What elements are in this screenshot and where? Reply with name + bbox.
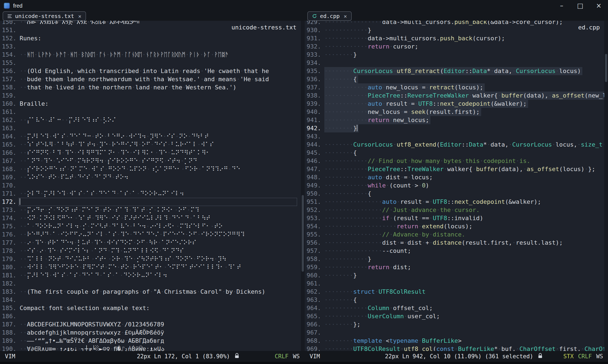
tab-close-icon[interactable]: ✕ (78, 13, 81, 19)
code-line[interactable]: 944.········CursorLocus·utf8_extend(Edit… (305, 141, 604, 149)
tab-unicode-stress[interactable]: unicode-stress.txt ✕ (3, 11, 86, 21)
code-line[interactable]: 929.················data->multi_cursors.… (305, 21, 604, 26)
code-line[interactable]: 167.··⠁⠝⠙·⠹⠑·⠡⠊⠑⠋·⠍⠳⠗⠝⠻⠲·⡎⠊⠗⠕⠕⠛⠑·⠎⠊⠛⠝⠫·⠊… (0, 157, 301, 165)
code-line[interactable]: 160.Braille: (0, 100, 301, 108)
code-line[interactable]: 946.············//·Find·out·how·many·byt… (305, 157, 604, 165)
code-line[interactable]: 185.Compact·font·selection·example·text: (0, 304, 301, 312)
editor-left[interactable]: 150.··ሰው·እንደቤቱ·እንጅ·እንደ·ጉረቤቱ·አይተዳደርም።151.… (0, 21, 305, 351)
line-number: 164. (0, 132, 16, 141)
code-line[interactable]: 937.············auto·new_locus·=·retract… (305, 83, 604, 92)
code-line[interactable]: 957.················--count; (305, 247, 604, 255)
code-line[interactable]: 161. (0, 108, 301, 116)
scrollbar-thumb[interactable] (605, 54, 607, 82)
code-line[interactable]: 154.··ᚻᛖ·ᚳᚹᚫᚦ·ᚦᚫᛏ·ᚻᛖ·ᛒᚢᛞᛖ·ᚩᚾ·ᚦᚫᛗ·ᛚᚪᚾᛞᛖ·ᚾ… (0, 51, 301, 59)
code-line[interactable]: 181.··⡍⠜⠇⠑⠹·⠺⠁⠎·⠁⠎·⠙⠑⠁⠙·⠁⠎·⠁·⠙⠕⠕⠗⠤⠝⠁⠊⠇⠲ (0, 271, 301, 280)
code-line[interactable]: 153. (0, 43, 301, 51)
code-line[interactable]: 171.··⡕⠇⠙·⡍⠜⠇⠑⠹·⠺⠁⠎·⠁⠎·⠙⠑⠁⠙·⠁⠎·⠁·⠙⠕⠕⠗⠤⠝⠁… (0, 190, 301, 198)
code-line[interactable]: 166.··⠎⠊⠛⠝⠫·⠃⠹·⠹⠑·⠊⠇⠻⠛⠹⠍⠁⠝⠂·⠹⠑·⠊⠇⠻⠅⠂·⠹⠑·… (0, 149, 301, 157)
code-line[interactable]: 933.········} (305, 51, 604, 59)
maximize-button[interactable]: □ (571, 0, 589, 11)
code-line[interactable]: 930.············} (305, 26, 604, 34)
code-line[interactable]: 177.··⠔·⠹⠑·⠞⠗⠁⠙⠑⠲·⡃⠥⠞·⠹⠑·⠺⠊⠎⠙⠕⠍·⠕⠋·⠳⠗·⠁⠝… (0, 239, 301, 247)
code-line[interactable]: 945.········{ (305, 149, 604, 157)
code-line[interactable]: 165.··⠱⠁⠞⠑⠧⠻·⠁⠃⠳⠞·⠹⠁⠞⠲·⡹⠑·⠗⠑⠛⠊⠌⠻·⠕⠋·⠙⠊⠎·… (0, 141, 301, 149)
code-line[interactable]: 187.··ABCDEFGHIJKLMNOPQRSTUVWXYZ·/012345… (0, 320, 301, 329)
code-line[interactable]: 948.············auto·dist·=·locus; (305, 173, 604, 181)
code-line[interactable]: 169.··⠡⠕⠎⠑·⠞⠕·⠏⠥⠞·⠙⠊⠎·⠙⠁⠝⠙·⠞⠕⠲ (0, 173, 301, 181)
code-line[interactable]: 969.········UTF8ColResult·utf8_col(const… (305, 345, 604, 351)
code-line[interactable]: 942.········} (305, 124, 604, 132)
code-line[interactable]: 953.················if·(result·==·UTF8::… (305, 214, 604, 222)
code-line[interactable]: 943. (305, 132, 604, 141)
code-line[interactable]: 190.··∀∂∈ℝ∧∪≡∞·↑↗↨↻⇣·┐┼╔╘░►☺♀·ﬁ�⑀₂ἠḂӥẄɐː… (0, 345, 301, 351)
code-line[interactable]: 950.············{ (305, 190, 604, 198)
code-line[interactable]: 934. (305, 59, 604, 67)
code-line[interactable]: 183.··(The·first·couple·of·paragraphs·of… (0, 288, 301, 296)
code-line[interactable]: 189.··–—‘“”„†•…‰™œŠŸž€·ΑΒΓΔΩαβγδω·АБВГДа… (0, 337, 301, 345)
code-line[interactable]: 936.········{ (305, 75, 604, 83)
code-line[interactable]: 170. (0, 181, 301, 190)
code-line[interactable]: 958.············} (305, 255, 604, 263)
code-line[interactable]: 163. (0, 124, 301, 132)
code-line[interactable]: 967. (305, 329, 604, 337)
code-line[interactable]: 180.··⠺⠊⠇⠇·⠹⠻⠑⠋⠕⠗⠑·⠏⠻⠍⠊⠞·⠍⠑·⠞⠕·⠗⠑⠏⠑⠁⠞⠂·⠑… (0, 263, 301, 271)
code-line[interactable]: 947.············PieceTree::TreeWalker·wa… (305, 165, 604, 173)
minimize-button[interactable]: – (552, 0, 571, 11)
close-button[interactable]: × (589, 0, 608, 11)
code-line[interactable]: 172. (0, 198, 301, 206)
code-line[interactable]: 162.··⡌⠁⠧⠑·⠼⠁⠒··⡍⠜⠇⠑⠹⠰⠎·⡣⠕⠌ (0, 116, 301, 124)
code-line[interactable]: 940.············new_locus·=·seek(result.… (305, 108, 604, 116)
code-line[interactable]: 951.················auto·result·=·UTF8::… (305, 198, 604, 206)
code-line[interactable]: 173.··⡍⠔⠙⠖·⡊·⠙⠕⠝⠰⠞·⠍⠑⠁⠝·⠞⠕·⠎⠁⠹·⠹⠁⠞·⡊·⠅⠝⠪… (0, 206, 301, 214)
code-line[interactable]: 152.Runes: (0, 34, 301, 43)
scrollbar-left[interactable] (301, 21, 305, 351)
code-line[interactable]: 186. (0, 312, 301, 320)
code-line[interactable]: 955.················//·Advance·by·distan… (305, 230, 604, 239)
code-line[interactable]: 174.··⠪⠝·⠅⠝⠪⠇⠫⠛⠑⠂·⠱⠁⠞·⠹⠻⠑·⠊⠎·⠏⠜⠞⠊⠊⠥⠇⠜⠇⠹·… (0, 214, 301, 222)
code-line[interactable]: 952.················//·Just·advance·the·… (305, 206, 604, 214)
code-line[interactable]: 956.················dist·=·dist·+·distan… (305, 239, 604, 247)
line-number: 968. (305, 337, 321, 345)
code-line[interactable]: 964.············Column·offset_col; (305, 304, 604, 312)
code-line[interactable]: 941.············return·new_locus; (305, 116, 604, 124)
code-line[interactable]: 961. (305, 280, 604, 288)
code-line[interactable]: 938.············PieceTree::ReverseTreeWa… (305, 92, 604, 100)
code-line[interactable]: 188.··abcdefghijklmnopqrstuvwxyz·£©µÀÆÖÞ… (0, 329, 301, 337)
editor-right[interactable]: 929.················data->multi_cursors.… (305, 21, 608, 351)
code-line[interactable]: 176.··⠗⠑⠛⠜⠙·⠁·⠊⠕⠋⠋⠔⠤⠝⠁⠊⠇·⠁⠎·⠹⠑·⠙⠑⠁⠙⠑⠌·⠏⠊… (0, 230, 301, 239)
code-line[interactable]: 968.········template·<typename·BufferLik… (305, 337, 604, 345)
code-line[interactable]: 178.··⠊⠎·⠔·⠹⠑·⠎⠊⠍⠊⠇⠑⠆·⠁⠝⠙·⠍⠹·⠥⠝⠙⠁⠇⠇⠪⠫·⠙⠁… (0, 247, 301, 255)
code-line[interactable]: 949.············while·(count·>·0) (305, 181, 604, 190)
code-line[interactable]: 184. (0, 296, 301, 304)
scrollbar-thumb[interactable] (302, 195, 304, 272)
code-line[interactable]: 168.··⡎⠊⠗⠕⠕⠛⠑⠰⠎·⠝⠁⠍⠑·⠺⠁⠎·⠛⠕⠕⠙·⠥⠏⠕⠝·⠰⡡⠁⠝⠛… (0, 165, 301, 173)
code-line[interactable]: 939.············auto·result·=·UTF8::next… (305, 100, 604, 108)
line-number: 187. (0, 320, 16, 329)
code-line[interactable]: 965.············UserColumn·user_col; (305, 312, 604, 320)
code-line[interactable]: 158.··that·he·lived·in·the·northern·land… (0, 83, 301, 92)
code-line[interactable]: 175.··⠁·⠙⠕⠕⠗⠤⠝⠁⠊⠇⠲·⡊·⠍⠊⠣⠞·⠙⠁⠧⠑·⠃⠑⠲·⠔⠊⠇⠔⠫… (0, 222, 301, 230)
code-line[interactable]: 159. (0, 92, 301, 100)
tab-close-icon[interactable]: ✕ (344, 13, 347, 19)
code-line[interactable]: 954.····················return·extend(lo… (305, 222, 604, 230)
mode-indicator: VIM (5, 353, 15, 360)
code-line[interactable]: 156.··(Old·English,·which·transcribed·in… (0, 67, 301, 75)
code-line[interactable]: 164.··⡍⠜⠇⠑⠹·⠺⠁⠎·⠙⠑⠁⠙⠒·⠞⠕·⠃⠑⠛⠔·⠺⠊⠹⠲·⡹⠻⠑·⠊… (0, 132, 301, 141)
code-line[interactable]: 962.········struct·UTF8ColResult (305, 288, 604, 296)
code-line[interactable]: 959.············return·dist; (305, 263, 604, 271)
code-line[interactable]: 179.··⠩⠁⠇⠇·⠝⠕⠞·⠙⠊⠌⠥⠗⠃·⠊⠞⠂·⠕⠗·⠹⠑·⡊⠳⠝⠞⠗⠹⠰⠎… (0, 255, 301, 263)
code-line[interactable]: 963.········{ (305, 296, 604, 304)
code-line[interactable]: 182. (0, 280, 301, 288)
code-line[interactable]: 155. (0, 59, 301, 67)
code-line[interactable]: 935.········CursorLocus·utf8_retract(Edi… (305, 67, 604, 75)
code-line[interactable]: 966.········}; (305, 320, 604, 329)
code-line[interactable]: 157.··bude·thaem·lande·northweardum·with… (0, 75, 301, 83)
tab-ed-cpp[interactable]: ed.cpp ✕ (307, 11, 352, 21)
scrollbar-right[interactable] (604, 21, 608, 351)
code-line[interactable]: 932.············return·cursor; (305, 43, 604, 51)
line-number: 173. (0, 206, 16, 214)
code-line[interactable]: 960.········} (305, 271, 604, 280)
line-text: ··abcdefghijklmnopqrstuvwxyz·£©µÀÆÖÞßéöÿ (20, 329, 164, 337)
code-line[interactable]: 931.············data->multi_cursors.push… (305, 34, 604, 43)
line-text: ··⡍⠔⠙⠖·⡊·⠙⠕⠝⠰⠞·⠍⠑⠁⠝·⠞⠕·⠎⠁⠹·⠹⠁⠞·⡊·⠅⠝⠪⠂·⠕⠋… (20, 206, 199, 214)
